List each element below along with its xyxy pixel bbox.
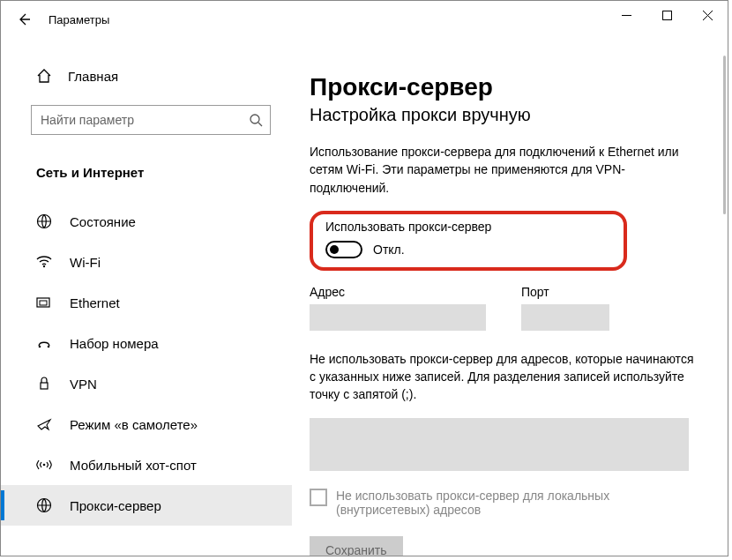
- svg-rect-7: [40, 301, 47, 305]
- svg-rect-10: [41, 383, 48, 389]
- sidebar-item-vpn[interactable]: VPN: [1, 363, 292, 404]
- window-title: Параметры: [49, 13, 606, 26]
- search-input[interactable]: Найти параметр: [31, 105, 271, 135]
- page-title: Прокси-сервер: [310, 73, 706, 101]
- port-label: Порт: [521, 285, 609, 299]
- globe-icon: [36, 497, 56, 513]
- arrow-left-icon: [17, 12, 31, 26]
- sidebar-item-hotspot[interactable]: Мобильный хот-спот: [1, 444, 292, 485]
- use-proxy-toggle-row: Откл.: [325, 241, 609, 258]
- maximize-icon: [662, 11, 672, 20]
- sidebar-item-status[interactable]: Состояние: [1, 201, 292, 242]
- address-input[interactable]: [310, 304, 486, 331]
- settings-window: Параметры Главная Найти параметр: [0, 0, 728, 556]
- svg-point-2: [250, 115, 259, 123]
- sidebar-item-dialup[interactable]: Набор номера: [1, 323, 292, 363]
- use-proxy-label: Использовать прокси-сервер: [325, 220, 609, 234]
- sidebar-item-label: Ethernet: [70, 295, 120, 310]
- maximize-button[interactable]: [646, 1, 687, 29]
- minimize-icon: [622, 11, 631, 20]
- svg-point-8: [39, 346, 41, 348]
- window-body: Главная Найти параметр Сеть и Интернет С…: [1, 38, 728, 556]
- svg-rect-1: [662, 11, 671, 19]
- checkbox-icon: [310, 489, 327, 506]
- address-label: Адрес: [310, 285, 486, 299]
- vpn-icon: [36, 377, 56, 391]
- sidebar-item-label: Набор номера: [70, 336, 159, 351]
- airplane-icon: [36, 416, 56, 432]
- port-field: Порт: [521, 285, 609, 331]
- use-proxy-toggle[interactable]: [325, 241, 362, 258]
- sidebar-category: Сеть и Интернет: [1, 165, 292, 180]
- dialup-icon: [36, 337, 56, 349]
- port-input[interactable]: [521, 304, 609, 331]
- scrollbar[interactable]: [723, 56, 726, 214]
- toggle-state-text: Откл.: [373, 243, 405, 257]
- main-content: Прокси-сервер Настройка прокси вручную И…: [292, 38, 728, 556]
- back-button[interactable]: [11, 7, 36, 32]
- proxy-description: Использование прокси-сервера для подключ…: [310, 143, 698, 197]
- sidebar-item-label: VPN: [70, 377, 97, 392]
- sidebar-item-label: Мобильный хот-спот: [70, 458, 197, 473]
- address-port-row: Адрес Порт: [310, 285, 706, 331]
- sidebar-item-ethernet[interactable]: Ethernet: [1, 282, 292, 323]
- svg-point-9: [48, 346, 50, 348]
- search-placeholder: Найти параметр: [41, 113, 249, 127]
- sidebar-item-label: Wi-Fi: [70, 255, 101, 270]
- home-link[interactable]: Главная: [1, 57, 292, 94]
- local-checkbox-row[interactable]: Не использовать прокси-сервер для локаль…: [310, 489, 689, 517]
- local-checkbox-label: Не использовать прокси-сервер для локаль…: [336, 489, 689, 517]
- svg-point-11: [43, 464, 46, 467]
- wifi-icon: [36, 256, 56, 268]
- highlight-annotation: Использовать прокси-сервер Откл.: [310, 211, 627, 271]
- svg-line-3: [258, 123, 262, 126]
- save-button[interactable]: Сохранить: [310, 536, 403, 556]
- titlebar: Параметры: [1, 1, 728, 38]
- close-button[interactable]: [687, 1, 728, 29]
- hotspot-icon: [36, 458, 56, 472]
- sidebar: Главная Найти параметр Сеть и Интернет С…: [1, 38, 292, 556]
- sidebar-item-proxy[interactable]: Прокси-сервер: [1, 485, 292, 526]
- search-icon: [249, 113, 263, 127]
- home-icon: [36, 68, 56, 84]
- ethernet-icon: [36, 296, 56, 309]
- sidebar-item-label: Состояние: [70, 214, 136, 229]
- sidebar-item-wifi[interactable]: Wi-Fi: [1, 242, 292, 282]
- sidebar-item-label: Прокси-сервер: [70, 498, 161, 513]
- minimize-button[interactable]: [606, 1, 646, 29]
- address-field: Адрес: [310, 285, 486, 331]
- exceptions-description: Не использовать прокси-сервер для адресо…: [310, 350, 698, 404]
- home-label: Главная: [68, 69, 118, 84]
- page-subtitle: Настройка прокси вручную: [310, 105, 706, 125]
- close-icon: [703, 11, 713, 20]
- sidebar-item-label: Режим «в самолете»: [70, 417, 198, 432]
- svg-point-5: [43, 265, 45, 267]
- exceptions-input[interactable]: [310, 418, 689, 471]
- window-controls: [606, 1, 728, 38]
- globe-icon: [36, 213, 56, 229]
- sidebar-item-airplane[interactable]: Режим «в самолете»: [1, 404, 292, 444]
